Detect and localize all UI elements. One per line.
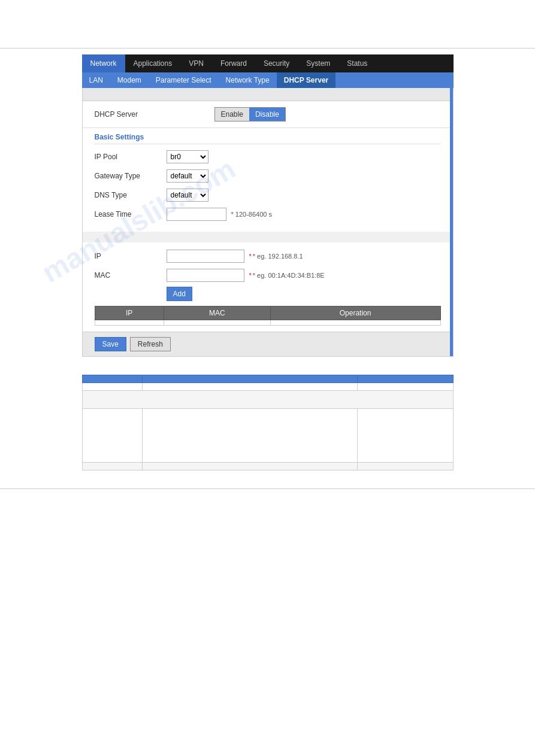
lower-td-1-1 [82, 383, 142, 391]
save-refresh-bar: Save Refresh [83, 332, 453, 356]
lower-th-col1 [82, 375, 142, 383]
lower-section [82, 375, 454, 470]
mac-input-hint: ** eg. 00:1A:4D:34:B1:8E [249, 272, 325, 279]
dns-type-row: DNS Type default [95, 187, 441, 203]
lower-td-3-2 [142, 409, 357, 463]
dhcp-toggle-group: Enable Disable [214, 107, 286, 122]
nav-vpn[interactable]: VPN [180, 54, 212, 72]
table-cell-ip [95, 320, 164, 326]
ip-pool-row: IP Pool br0 [95, 149, 441, 165]
basic-settings-title: Basic Settings [95, 133, 441, 144]
table-header-operation: Operation [270, 306, 440, 320]
gateway-type-label: Gateway Type [95, 172, 167, 180]
top-navigation: Network Applications VPN Forward Securit… [82, 54, 454, 72]
table-cell-operation [270, 320, 440, 326]
nav-system[interactable]: System [298, 54, 338, 72]
add-button-container: Add [167, 287, 441, 301]
nav-applications[interactable]: Applications [125, 54, 181, 72]
lower-td-4-1 [82, 463, 142, 470]
lease-time-label: Lease Time [95, 210, 167, 218]
lower-td-1-2 [142, 383, 357, 391]
lease-time-hint: * 120-86400 s [231, 211, 273, 218]
lower-td-1-3 [357, 383, 453, 391]
lower-td-4-3 [357, 463, 453, 470]
mac-input-row: MAC ** eg. 00:1A:4D:34:B1:8E [95, 268, 441, 283]
ip-mac-table: IP MAC Operation [95, 306, 441, 326]
lease-time-input[interactable]: 3600 [167, 208, 226, 221]
lower-td-4-2 [142, 463, 357, 470]
lower-table [82, 375, 454, 470]
lease-time-row: Lease Time 3600 * 120-86400 s [95, 207, 441, 222]
mac-input-label: MAC [95, 271, 167, 280]
subnav-dhcp-server[interactable]: DHCP Server [277, 72, 335, 88]
basic-settings-section: Basic Settings IP Pool br0 Gateway Type … [83, 128, 453, 232]
table-header-ip: IP [95, 306, 164, 320]
content-area: DHCP Server Enable Disable Basic Setting… [82, 88, 454, 357]
lower-th-col3 [357, 375, 453, 383]
ip-input-field[interactable] [167, 250, 244, 263]
lower-td-3-1 [82, 409, 142, 463]
table-header-mac: MAC [164, 306, 270, 320]
lower-td-2-1 [82, 391, 453, 409]
dhcp-server-row: DHCP Server Enable Disable [83, 101, 453, 128]
subnav-modem[interactable]: Modem [110, 72, 149, 88]
lower-table-row-3 [82, 409, 453, 463]
section-spacer-1 [83, 232, 453, 238]
table-cell-mac [164, 320, 270, 326]
nav-network[interactable]: Network [82, 54, 125, 72]
gateway-type-row: Gateway Type default [95, 168, 441, 184]
subnav-parameter-select[interactable]: Parameter Select [149, 72, 219, 88]
lower-th-col2 [142, 375, 357, 383]
nav-forward[interactable]: Forward [212, 54, 255, 72]
ip-input-label: IP [95, 252, 167, 260]
gateway-type-select[interactable]: default [167, 169, 208, 183]
dhcp-server-label: DHCP Server [95, 110, 214, 119]
lower-table-header-row [82, 375, 453, 383]
ip-pool-label: IP Pool [95, 153, 167, 161]
lower-table-row-4 [82, 463, 453, 470]
nav-status[interactable]: Status [338, 54, 376, 72]
ip-input-hint: ** eg. 192.168.8.1 [249, 253, 303, 260]
enable-button[interactable]: Enable [214, 107, 249, 122]
lower-table-row-2 [82, 391, 453, 409]
save-button[interactable]: Save [95, 337, 126, 351]
lower-table-row-1 [82, 383, 453, 391]
dns-type-select[interactable]: default [167, 189, 208, 202]
table-row [95, 320, 440, 326]
disable-button[interactable]: Disable [249, 107, 286, 122]
subnav-network-type[interactable]: Network Type [219, 72, 277, 88]
ip-mac-section: IP ** eg. 192.168.8.1 MAC ** eg. 00:1A:4… [83, 238, 453, 332]
top-section-bar [83, 88, 453, 101]
ip-input-row: IP ** eg. 192.168.8.1 [95, 248, 441, 264]
sub-navigation: LAN Modem Parameter Select Network Type … [82, 72, 454, 88]
refresh-button[interactable]: Refresh [130, 337, 171, 351]
subnav-lan[interactable]: LAN [82, 72, 110, 88]
ip-pool-select[interactable]: br0 [167, 150, 208, 163]
ip-mac-table-container: IP MAC Operation [95, 306, 441, 326]
mac-input-field[interactable] [167, 269, 244, 282]
nav-security[interactable]: Security [255, 54, 298, 72]
lower-td-3-3 [357, 409, 453, 463]
dns-type-label: DNS Type [95, 191, 167, 199]
add-button[interactable]: Add [167, 287, 192, 301]
